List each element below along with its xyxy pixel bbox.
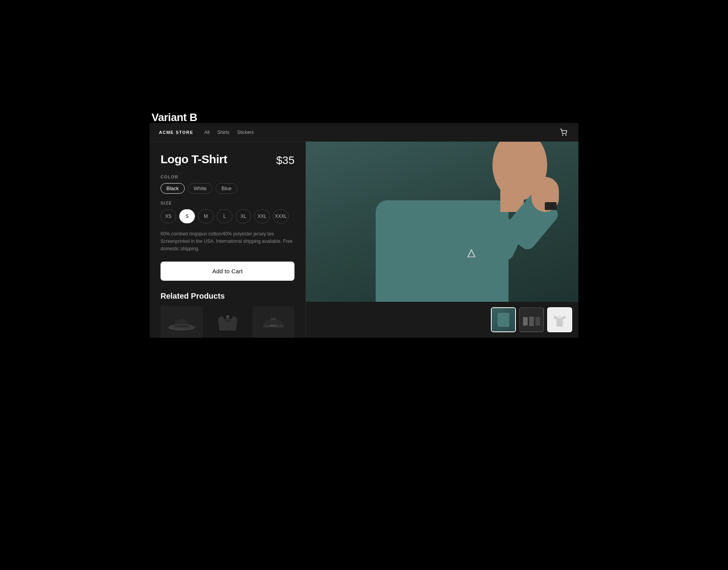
model-container bbox=[306, 142, 578, 302]
related-products-title: Related Products bbox=[161, 292, 294, 301]
size-options: XS S M L XL XXL XXXL bbox=[161, 209, 294, 223]
cart-button[interactable] bbox=[558, 127, 569, 138]
product-description: 60% combed ringspun cotton/40% polyester… bbox=[161, 230, 294, 253]
svg-point-9 bbox=[271, 318, 276, 320]
thumbnail-white-shirt[interactable] bbox=[547, 307, 572, 332]
store-main: Logo T-Shirt $35 COLOR Black White Blue … bbox=[150, 142, 578, 338]
main-product-image bbox=[306, 142, 578, 302]
related-card-cowboy-hat[interactable]: Cowboy Hat $25.00 bbox=[161, 306, 203, 338]
thumb-white-content bbox=[548, 308, 571, 331]
thumb-shirt-icon bbox=[498, 313, 509, 327]
related-card-hoodie[interactable]: Acme Hoodie $50.00 bbox=[207, 306, 249, 338]
size-chip-m[interactable]: M bbox=[198, 209, 214, 223]
thumbnail-teal-shirt[interactable] bbox=[491, 307, 516, 332]
size-chip-xl[interactable]: XL bbox=[236, 209, 251, 223]
size-chip-xs[interactable]: XS bbox=[161, 209, 176, 223]
thumb-white-shirt-icon bbox=[553, 313, 566, 327]
color-chip-black[interactable]: Black bbox=[161, 183, 185, 194]
size-chip-s[interactable]: S bbox=[179, 209, 195, 223]
related-card-img-snapback bbox=[252, 306, 294, 338]
size-chip-xxxl[interactable]: XXXL bbox=[273, 209, 289, 223]
size-chip-l[interactable]: L bbox=[217, 209, 232, 223]
svg-point-0 bbox=[562, 135, 563, 135]
related-card-img-cowboy-hat bbox=[161, 306, 203, 338]
thumb-shirt-3 bbox=[535, 317, 540, 326]
model-watch-face bbox=[546, 203, 556, 210]
shirt-logo bbox=[466, 247, 477, 259]
thumbnail-strip bbox=[306, 302, 578, 338]
thumb-hanging-content bbox=[520, 308, 543, 331]
color-option-section: COLOR Black White Blue bbox=[161, 175, 294, 194]
store-nav: ACME STORE All Shirts Stickers bbox=[150, 123, 578, 142]
color-chip-blue[interactable]: Blue bbox=[216, 183, 237, 194]
store-brand: ACME STORE bbox=[159, 130, 193, 135]
nav-link-stickers[interactable]: Stickers bbox=[237, 130, 254, 135]
color-label: COLOR bbox=[161, 175, 294, 179]
thumb-teal-content bbox=[492, 308, 515, 331]
store-panel: ACME STORE All Shirts Stickers Logo T-Sh… bbox=[150, 123, 578, 338]
product-header: Logo T-Shirt $35 bbox=[161, 153, 294, 167]
svg-point-1 bbox=[566, 135, 566, 135]
color-options: Black White Blue bbox=[161, 183, 294, 194]
related-products-grid: Cowboy Hat $25.00 bbox=[161, 306, 294, 338]
related-card-img-hoodie bbox=[207, 306, 249, 338]
product-gallery bbox=[306, 142, 578, 338]
product-title: Logo T-Shirt bbox=[161, 153, 227, 166]
color-chip-white[interactable]: White bbox=[188, 183, 212, 194]
product-price: $35 bbox=[276, 153, 294, 167]
nav-link-all[interactable]: All bbox=[204, 130, 209, 135]
related-card-snapback[interactable]: Payload Hat $20.00 bbox=[252, 306, 294, 338]
svg-rect-8 bbox=[270, 325, 277, 326]
nav-link-shirts[interactable]: Shirts bbox=[217, 130, 229, 135]
thumb-shirt-2 bbox=[529, 317, 534, 326]
product-info-panel: Logo T-Shirt $35 COLOR Black White Blue … bbox=[150, 142, 306, 338]
variant-label: Variant B bbox=[152, 111, 197, 124]
thumb-shirt-1 bbox=[523, 317, 528, 326]
size-option-section: SIZE XS S M L XL XXL XXXL bbox=[161, 201, 294, 223]
thumbnail-hanging-shirts[interactable] bbox=[519, 307, 544, 332]
add-to-cart-button[interactable]: Add to Cart bbox=[161, 262, 294, 281]
size-chip-xxl[interactable]: XXL bbox=[254, 209, 270, 223]
svg-point-4 bbox=[226, 315, 229, 318]
size-label: SIZE bbox=[161, 201, 294, 205]
